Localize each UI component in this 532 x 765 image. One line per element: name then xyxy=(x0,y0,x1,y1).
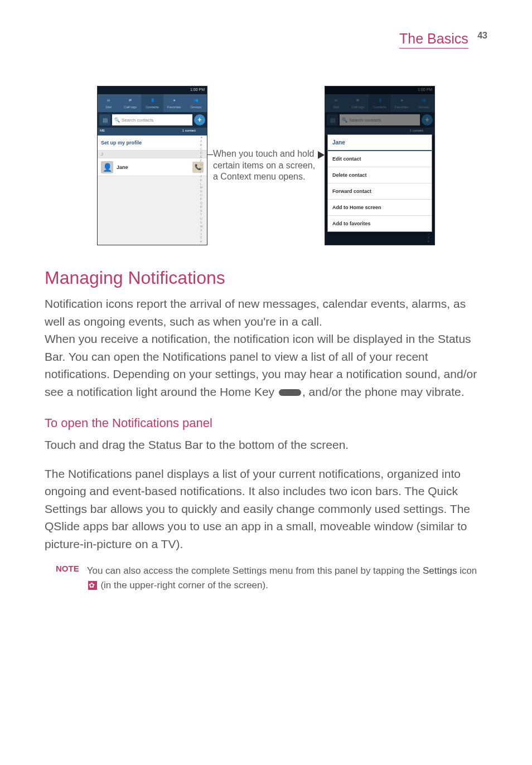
alpha-index: ★ABCDEFGHIJKLMNOPQRSTUVWXYZ# xyxy=(200,135,206,244)
context-item-edit: Edit contact xyxy=(328,151,432,167)
header-title: The Basics xyxy=(399,31,468,49)
contacts-app-icon: ▤ xyxy=(99,114,110,125)
main-content: Managing Notifications Notification icon… xyxy=(0,268,532,592)
tab-groups: 👥Groups xyxy=(185,94,207,112)
context-item-add-favorites: Add to favorites xyxy=(328,216,432,231)
status-bar: 1:00 PM xyxy=(325,86,434,94)
contacts-app-icon: ▤ xyxy=(327,114,338,125)
page-header: The Basics 43 xyxy=(0,0,532,47)
contact-row-jane: 👤 Jane 📞 xyxy=(98,158,207,176)
tab-favorites: ★Favorites xyxy=(391,94,413,112)
body-paragraph-1: When you receive a notification, the not… xyxy=(45,330,487,400)
phone-screenshot-context-menu: 1:00 PM ⊞Dial ⇄Call logs 👤Contacts ★Favo… xyxy=(325,86,435,245)
tab-call-logs: ⇄Call logs xyxy=(119,94,141,112)
dial-icon: ⊞ xyxy=(105,98,112,105)
search-row: ▤ 🔍 Search contacts + xyxy=(98,112,207,128)
contact-list: Set up my profile J 👤 Jane 📞 xyxy=(98,135,207,245)
callout-arrow-icon xyxy=(318,151,325,159)
contacts-icon: 👤 xyxy=(149,98,156,105)
callout-text: When you touch and hold certain items on… xyxy=(213,148,319,183)
search-contacts-input: 🔍 Search contacts xyxy=(112,114,192,125)
tab-favorites: ★Favorites xyxy=(163,94,185,112)
subsection-intro: Touch and drag the Status Bar to the bot… xyxy=(45,436,487,454)
tab-contacts: 👤Contacts xyxy=(369,94,390,112)
tab-row: ⊞Dial ⇄Call logs 👤Contacts ★Favorites 👥G… xyxy=(98,94,207,112)
groups-icon: 👥 xyxy=(192,98,199,105)
tab-dial: ⊞Dial xyxy=(98,94,119,112)
settings-icon xyxy=(88,581,97,590)
context-menu: Jane Edit contact Delete contact Forward… xyxy=(327,134,432,232)
context-item-add-home: Add to Home screen xyxy=(328,200,432,216)
subsection-body: The Notifications panel displays a list … xyxy=(45,465,487,553)
status-bar: 1:00 PM xyxy=(98,86,207,94)
add-contact-button: + xyxy=(422,114,433,125)
intro-paragraph: Notification icons report the arrival of… xyxy=(45,295,487,330)
tab-groups: 👥Groups xyxy=(413,94,434,112)
avatar-icon: 👤 xyxy=(101,161,113,173)
page-number: 43 xyxy=(477,31,487,40)
note-text: You can also access the complete Setting… xyxy=(87,564,487,592)
note-row: NOTE You can also access the complete Se… xyxy=(45,564,487,592)
figure-illustration: 1:00 PM ⊞Dial ⇄Call logs 👤Contacts ★Favo… xyxy=(45,86,487,245)
setup-profile-row: Set up my profile xyxy=(98,135,207,151)
call-logs-icon: ⇄ xyxy=(127,98,134,105)
context-item-delete: Delete contact xyxy=(328,167,432,183)
contact-name: Jane xyxy=(117,164,192,170)
section-title: Managing Notifications xyxy=(45,268,487,288)
tab-row: ⊞Dial ⇄Call logs 👤Contacts ★Favorites 👥G… xyxy=(325,94,434,112)
tab-call-logs: ⇄Call logs xyxy=(347,94,369,112)
tab-contacts: 👤Contacts xyxy=(141,94,163,112)
subsection-title: To open the Notifications panel xyxy=(45,416,487,430)
context-menu-title: Jane xyxy=(328,135,432,151)
search-contacts-input: 🔍 Search contacts xyxy=(340,114,420,125)
tab-dial: ⊞Dial xyxy=(325,94,347,112)
context-item-forward: Forward contact xyxy=(328,183,432,200)
phone-screenshot-normal: 1:00 PM ⊞Dial ⇄Call logs 👤Contacts ★Favo… xyxy=(97,86,207,245)
home-key-icon xyxy=(279,389,301,396)
section-letter: J xyxy=(98,151,207,158)
search-row: ▤ 🔍 Search contacts + xyxy=(325,112,434,128)
add-contact-button: + xyxy=(194,114,205,125)
star-icon: ★ xyxy=(171,98,177,105)
note-label: NOTE xyxy=(56,564,79,592)
count-row: ME 1 contact xyxy=(98,128,207,135)
